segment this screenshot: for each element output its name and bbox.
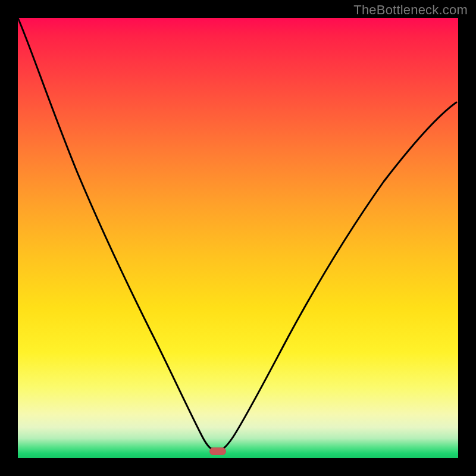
curve-path — [18, 18, 456, 449]
optimal-marker-pill — [209, 447, 226, 455]
outer-frame: TheBottleneck.com — [0, 0, 476, 476]
plot-area — [18, 18, 458, 458]
bottleneck-curve — [18, 18, 458, 458]
watermark-text: TheBottleneck.com — [353, 2, 468, 18]
